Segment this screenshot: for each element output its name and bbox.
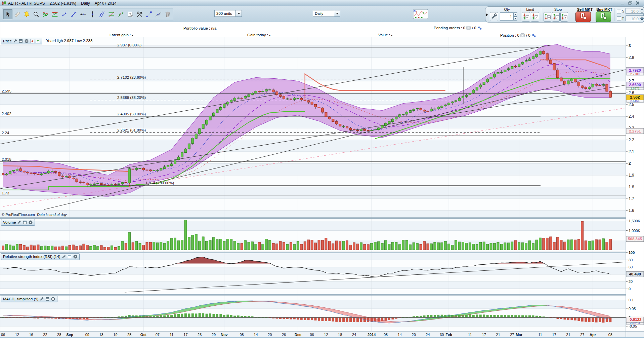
close-panel-icon[interactable] <box>51 297 55 301</box>
wrench-icon[interactable] <box>13 39 17 43</box>
horizontal-line-tool[interactable] <box>78 9 88 19</box>
wrench-icon[interactable] <box>17 220 22 225</box>
minimize-button[interactable] <box>620 0 628 6</box>
segment-tool[interactable] <box>59 9 69 19</box>
svg-text:2.9: 2.9 <box>629 55 634 60</box>
svg-text:0.1: 0.1 <box>629 298 634 302</box>
close-panel-icon[interactable] <box>24 39 29 43</box>
svg-text:Mar: Mar <box>516 333 522 337</box>
stop-loss-value-input[interactable] <box>626 8 640 14</box>
svg-text:2.562: 2.562 <box>630 95 640 99</box>
ruler-tool[interactable] <box>12 9 22 19</box>
sell-shortcut-icon[interactable] <box>30 39 35 43</box>
angle-tool[interactable] <box>154 9 163 19</box>
stop-order-button-1[interactable] <box>544 12 551 22</box>
svg-text:22: 22 <box>43 333 47 337</box>
stop-order-button-3[interactable] <box>560 12 568 22</box>
close-button[interactable] <box>635 0 642 6</box>
delete-tool[interactable] <box>163 9 172 19</box>
volume-panel-title: Volume <box>3 220 16 224</box>
pending-orders-suffix: / 0 <box>472 26 476 30</box>
stop-loss-stepper[interactable] <box>640 8 644 14</box>
pattern-tool[interactable] <box>41 9 50 19</box>
units-dropdown-button[interactable] <box>235 10 242 16</box>
sell-market-button[interactable] <box>575 11 591 22</box>
close-position-icon[interactable] <box>520 33 525 38</box>
window-controls <box>620 0 642 6</box>
stop-order-button-2[interactable] <box>552 12 560 22</box>
trailing-stop-value-input[interactable] <box>626 15 640 21</box>
restore-button[interactable] <box>628 0 635 6</box>
cancel-orders-icon[interactable] <box>466 26 471 30</box>
stop-loss-checkbox[interactable] <box>617 9 621 13</box>
units-select[interactable]: 200 units <box>214 10 242 17</box>
year-high-low: Year:High 2.987 Low 2.238 <box>46 39 92 43</box>
settings-tool[interactable] <box>135 9 144 19</box>
svg-text:08: 08 <box>240 333 244 337</box>
text-tool[interactable] <box>125 9 135 19</box>
buy-mkt-label: Buy MKT <box>592 7 616 11</box>
qty-stepper[interactable] <box>513 12 517 21</box>
chart-style-button[interactable] <box>413 9 428 19</box>
chart-canvas[interactable]: 2.5952.4022.242.0151.732.987 (0.00%)2.71… <box>0 37 644 338</box>
svg-text:2.2751: 2.2751 <box>629 129 641 133</box>
svg-text:Feb: Feb <box>445 333 452 337</box>
detach-window-icon[interactable] <box>23 220 27 225</box>
regression-tool[interactable] <box>116 9 125 19</box>
svg-text:09: 09 <box>85 333 89 337</box>
close-panel-icon[interactable] <box>73 254 78 259</box>
cursor-tool[interactable] <box>3 9 12 19</box>
instrument-title: ALTR - ALTRI SGPS <box>8 1 45 6</box>
svg-text:40.498: 40.498 <box>629 272 641 276</box>
stop-order-icon <box>561 13 568 21</box>
order-settings-button[interactable] <box>490 12 498 21</box>
svg-text:27: 27 <box>580 333 584 337</box>
detach-window-icon[interactable] <box>45 297 50 301</box>
wrench-icon[interactable] <box>61 254 66 259</box>
parallel-lines-tool[interactable] <box>97 9 106 19</box>
session-date: Apr 07 2014 <box>95 1 117 6</box>
svg-text:Apr: Apr <box>590 333 596 337</box>
alert-tool[interactable] <box>22 9 31 19</box>
detach-window-icon[interactable] <box>18 39 23 43</box>
timeframe-select[interactable]: Daily <box>313 10 340 17</box>
svg-text:2.015: 2.015 <box>2 157 11 161</box>
channel-tool[interactable] <box>50 9 59 19</box>
app-candles-icon <box>1 1 7 6</box>
copyright-note: © ProRealTime.com Data is end of day <box>2 213 67 217</box>
trailing-stop-stepper[interactable] <box>640 15 644 21</box>
orders-settings-gears-icon[interactable] <box>477 26 482 30</box>
svg-text:07: 07 <box>156 333 160 337</box>
buy-shortcut-icon[interactable] <box>36 39 40 43</box>
timeframe-dropdown-button[interactable] <box>334 10 340 16</box>
pending-orders-count: Pending orders : 0 <box>434 26 465 30</box>
trailing-stop-checkbox[interactable] <box>617 16 621 21</box>
position-count: Position : 0 <box>500 33 519 37</box>
zoom-tool[interactable] <box>31 9 41 19</box>
trend-line-tool[interactable] <box>69 9 78 19</box>
svg-text:17: 17 <box>482 333 486 337</box>
svg-text:19: 19 <box>113 333 117 337</box>
svg-text:13: 13 <box>99 333 103 337</box>
sell-limit-order-button[interactable] <box>531 12 539 22</box>
buy-market-button[interactable] <box>596 11 611 22</box>
detach-window-icon[interactable] <box>67 254 72 259</box>
collapse-panel-arrow-icon[interactable] <box>486 13 488 16</box>
timeframe-text: Daily <box>81 1 90 6</box>
wrench-icon[interactable] <box>39 297 44 301</box>
svg-text:06: 06 <box>310 333 314 337</box>
buy-limit-order-button[interactable] <box>522 12 530 22</box>
svg-text:60: 60 <box>629 265 633 269</box>
qty-input[interactable] <box>500 12 513 21</box>
position-settings-gears-icon[interactable] <box>531 33 536 38</box>
fibonacci-tool[interactable] <box>106 9 116 19</box>
svg-text:29: 29 <box>212 333 216 337</box>
stop-order-icon <box>552 13 560 21</box>
svg-text:568,345: 568,345 <box>628 237 642 241</box>
vertical-line-tool[interactable] <box>88 9 97 19</box>
close-panel-icon[interactable] <box>28 220 33 225</box>
measure-tool[interactable] <box>144 9 154 19</box>
drawing-tools-group <box>2 8 173 20</box>
svg-text:11: 11 <box>170 333 173 337</box>
position-value: Value : - <box>378 33 392 37</box>
